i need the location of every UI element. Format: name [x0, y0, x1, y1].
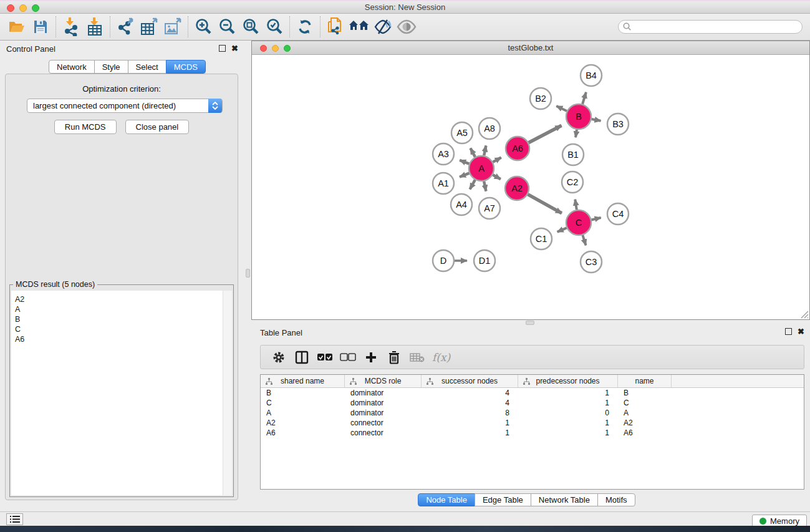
graph-node-A6[interactable]: A6 [506, 137, 529, 160]
column-header-predecessor-nodes[interactable]: predecessor nodes [518, 375, 618, 387]
open-folder-icon[interactable] [5, 16, 29, 38]
criterion-select[interactable]: largest connected component (directed) [27, 99, 223, 113]
search-input[interactable] [618, 20, 803, 34]
home-network-icon[interactable] [347, 16, 371, 38]
tab-style[interactable]: Style [94, 60, 128, 74]
graph-edge-A-A5[interactable] [470, 148, 475, 157]
graph-edge-C-C1[interactable] [557, 228, 567, 232]
save-icon[interactable] [29, 16, 52, 38]
zoom-selected-icon[interactable] [263, 16, 286, 38]
graph-edge-A-A8[interactable] [484, 145, 486, 155]
graph-edge-A2-C[interactable] [528, 195, 561, 213]
table-row-A[interactable]: Adominator80A [261, 408, 804, 418]
macos-titlebar: Session: New Session [0, 0, 810, 14]
graph-node-B3[interactable]: B3 [607, 114, 629, 135]
column-header-shared-name[interactable]: shared name [261, 375, 345, 387]
memory-button[interactable]: Memory [752, 515, 807, 527]
svg-text:B: B [576, 112, 582, 122]
import-table-icon[interactable] [83, 16, 107, 38]
graph-edge-A-A7[interactable] [484, 181, 486, 191]
tab-edge-table[interactable]: Edge Table [475, 493, 531, 506]
graph-edge-B-B4[interactable] [582, 92, 586, 104]
svg-text:C2: C2 [567, 177, 579, 187]
graph-node-D1[interactable]: D1 [474, 250, 495, 271]
graph-node-A3[interactable]: A3 [433, 143, 454, 165]
close-table-panel-icon[interactable]: ✖ [798, 328, 804, 335]
show-graphics-icon[interactable] [395, 16, 418, 38]
tab-network[interactable]: Network [49, 60, 95, 74]
table-row-A2[interactable]: A2connector11A2 [261, 418, 804, 428]
graph-node-C3[interactable]: C3 [581, 251, 602, 273]
import-network-icon[interactable] [59, 16, 83, 38]
resize-grip-icon[interactable] [799, 309, 809, 319]
export-table-icon[interactable] [137, 16, 161, 38]
column-header-name[interactable]: name [618, 375, 672, 387]
graph-node-A4[interactable]: A4 [451, 194, 472, 215]
graph-edge-A-A3[interactable] [460, 160, 469, 164]
graph-node-C4[interactable]: C4 [607, 203, 629, 225]
graph-edge-C-C3[interactable] [582, 235, 586, 245]
graph-edge-B-B2[interactable] [556, 106, 567, 111]
graph-node-B1[interactable]: B1 [562, 144, 584, 165]
graph-edge-B-B3[interactable] [592, 119, 601, 121]
tab-node-table[interactable]: Node Table [418, 493, 475, 506]
hide-edges-icon[interactable] [371, 16, 395, 38]
graph-edge-A6-B[interactable] [529, 125, 562, 142]
graph-edge-C-C4[interactable] [591, 218, 600, 220]
delete-table-icon[interactable] [405, 347, 428, 367]
export-network-icon[interactable] [113, 16, 137, 38]
graph-node-C[interactable]: C [566, 210, 591, 235]
graph-edge-A-A4[interactable] [470, 180, 475, 189]
run-mcds-button[interactable]: Run MCDS [54, 120, 117, 134]
tab-network-table[interactable]: Network Table [531, 493, 598, 506]
select-all-icon[interactable] [313, 347, 336, 367]
column-header-successor-nodes[interactable]: successor nodes [422, 375, 518, 387]
share-document-icon[interactable] [324, 16, 347, 38]
mcds-list-scrollbar[interactable] [223, 291, 232, 495]
zoom-fit-icon[interactable] [239, 16, 263, 38]
tab-select[interactable]: Select [128, 60, 166, 74]
network-canvas[interactable]: AA1A2A3A4A5A6A7A8BB1B2B3B4CC1C2C3C4DD1 [252, 55, 809, 319]
cell: C [261, 398, 345, 408]
graph-edge-A-A2[interactable] [493, 175, 501, 179]
add-row-icon[interactable] [359, 347, 382, 367]
delete-row-icon[interactable] [382, 347, 405, 367]
graph-node-B2[interactable]: B2 [530, 88, 551, 109]
graph-edge-A-A6[interactable] [493, 157, 501, 162]
panel-toggle-button[interactable] [6, 513, 23, 525]
refresh-icon[interactable] [293, 16, 317, 38]
graph-node-A8[interactable]: A8 [479, 118, 500, 139]
graph-node-B4[interactable]: B4 [581, 65, 602, 86]
close-panel-button[interactable]: Close panel [125, 120, 190, 134]
zoom-out-icon[interactable] [215, 16, 239, 38]
tab-motifs[interactable]: Motifs [597, 493, 635, 506]
export-image-icon[interactable] [161, 16, 185, 38]
zoom-in-icon[interactable] [191, 16, 215, 38]
graph-node-C2[interactable]: C2 [562, 172, 583, 193]
table-row-C[interactable]: Cdominator41C [261, 398, 804, 408]
graph-edge-A-A1[interactable] [460, 173, 469, 177]
select-columns-icon[interactable] [290, 347, 313, 367]
float-table-panel-icon[interactable] [785, 328, 792, 335]
graph-node-A2[interactable]: A2 [505, 177, 529, 200]
apply-function-icon[interactable]: f(x) [428, 347, 450, 367]
graph-edge-B-B1[interactable] [576, 130, 577, 138]
vertical-split-handle[interactable] [246, 269, 250, 278]
graph-node-C1[interactable]: C1 [531, 228, 552, 249]
graph-node-A5[interactable]: A5 [451, 122, 473, 143]
graph-node-B[interactable]: B [566, 104, 591, 129]
graph-node-D[interactable]: D [433, 250, 454, 271]
table-row-A6[interactable]: A6connector11A6 [261, 428, 804, 438]
table-panel-title: Table Panel [260, 328, 302, 337]
graph-node-A7[interactable]: A7 [479, 198, 500, 219]
column-header-MCDS-role[interactable]: MCDS role [345, 375, 422, 387]
table-row-B[interactable]: Bdominator41B [261, 388, 804, 398]
graph-node-A1[interactable]: A1 [433, 173, 454, 194]
float-panel-icon[interactable] [219, 45, 226, 52]
tab-mcds[interactable]: MCDS [166, 60, 206, 74]
close-panel-icon[interactable]: ✖ [231, 45, 238, 52]
deselect-all-icon[interactable] [336, 347, 359, 367]
graph-edge-C-C2[interactable] [575, 200, 577, 210]
graph-node-A[interactable]: A [469, 156, 494, 181]
table-settings-icon[interactable] [267, 347, 290, 367]
